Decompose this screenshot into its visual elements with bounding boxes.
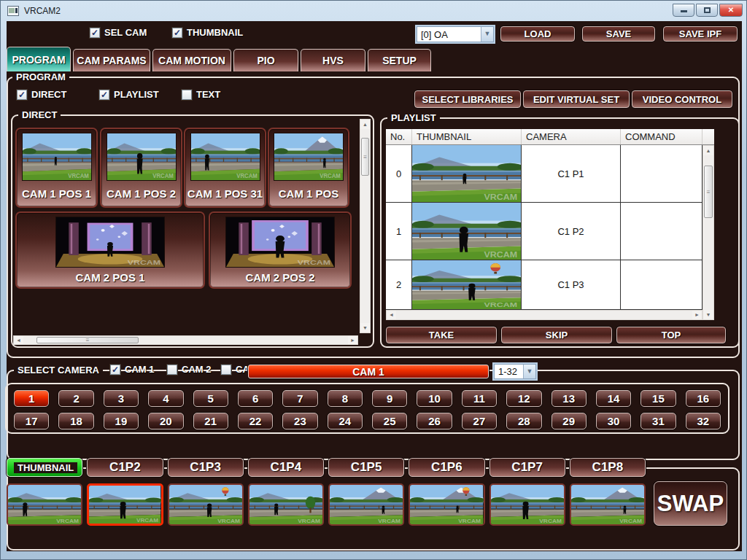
thumbnail-1[interactable]: VRCAM (7, 483, 82, 526)
camera-position-button-1[interactable]: 1 (14, 390, 49, 407)
camera-position-button-25[interactable]: 25 (372, 413, 407, 429)
playlist-vertical-scrollbar[interactable]: ▲ ≡ ▼ (703, 145, 714, 320)
scroll-up-icon[interactable]: ▲ (360, 120, 370, 129)
program-direct-checkbox[interactable]: ✓DIRECT (17, 89, 66, 100)
camera-position-button-22[interactable]: 22 (238, 413, 273, 429)
minimize-button[interactable] (673, 4, 694, 17)
range-dropdown[interactable]: 1-32 ▼ (494, 364, 536, 379)
thumbnail-3[interactable]: VRCAM (168, 483, 244, 526)
scroll-right-icon[interactable]: ► (692, 311, 702, 319)
direct-vscroll-track[interactable]: ≡ (360, 129, 370, 323)
playlist-horizontal-scrollbar[interactable]: ◄ ► (386, 310, 703, 320)
titlebar[interactable]: VRCAM2 ✕ (1, 1, 747, 21)
camera-position-button-12[interactable]: 12 (506, 390, 541, 407)
camera-position-button-32[interactable]: 32 (686, 413, 721, 429)
preset-button-c1p7[interactable]: C1P7 (489, 458, 565, 477)
camera-position-button-18[interactable]: 18 (58, 413, 93, 429)
load-button[interactable]: LOAD (500, 26, 575, 42)
playlist-hscroll-track[interactable] (396, 311, 692, 319)
tab-cam-params[interactable]: CAM PARAMS (73, 49, 150, 71)
preset-button-c1p6[interactable]: C1P6 (409, 458, 484, 477)
preset-button-c1p4[interactable]: C1P4 (248, 458, 324, 477)
save-ipf-button[interactable]: SAVE IPF (663, 26, 738, 42)
direct-tile-cam-2-pos-2[interactable]: VRCAMCAM 2 POS 2 (209, 211, 352, 289)
thumbnail-8[interactable]: VRCAM (570, 483, 646, 526)
preset-button-c1p5[interactable]: C1P5 (328, 458, 404, 477)
direct-vscroll-thumb[interactable]: ≡ (361, 138, 369, 176)
tab-cam-motion[interactable]: CAM MOTION (152, 49, 231, 71)
camera-position-button-30[interactable]: 30 (596, 413, 631, 429)
scroll-left-icon[interactable]: ◄ (14, 336, 23, 344)
camera-position-button-11[interactable]: 11 (462, 390, 497, 407)
camera-position-button-7[interactable]: 7 (282, 390, 317, 407)
camera-position-button-8[interactable]: 8 (328, 390, 363, 407)
camera-position-button-29[interactable]: 29 (551, 413, 587, 429)
close-button[interactable]: ✕ (719, 4, 743, 17)
tab-setup[interactable]: SETUP (368, 49, 431, 71)
scroll-right-icon[interactable]: ► (348, 336, 357, 344)
cam-1-checkbox[interactable]: ✓CAM 1 (110, 364, 154, 375)
save-button[interactable]: SAVE (582, 26, 655, 42)
camera-position-button-27[interactable]: 27 (462, 413, 497, 429)
camera-position-button-26[interactable]: 26 (417, 413, 452, 429)
camera-position-button-6[interactable]: 6 (238, 390, 273, 407)
preset-button-c1p2[interactable]: C1P2 (87, 458, 163, 477)
direct-tile-cam-1-pos[interactable]: VRCAMCAM 1 POS (268, 128, 349, 208)
edit-virtual-set-button[interactable]: EDIT VIRTUAL SET (523, 90, 630, 108)
scroll-left-icon[interactable]: ◄ (387, 311, 396, 319)
direct-horizontal-scrollbar[interactable]: ◄ ≡ ► (13, 335, 358, 345)
camera-position-button-15[interactable]: 15 (640, 390, 676, 407)
camera-position-button-28[interactable]: 28 (506, 413, 541, 429)
preset-button-c1p3[interactable]: C1P3 (168, 458, 244, 477)
tab-hvs[interactable]: HVS (301, 49, 365, 71)
thumbnail-6[interactable]: VRCAM (409, 483, 484, 526)
camera-position-button-5[interactable]: 5 (193, 390, 228, 407)
camera-position-button-3[interactable]: 3 (104, 390, 139, 407)
preset-button-c1p8[interactable]: C1P8 (570, 458, 646, 477)
tab-program[interactable]: PROGRAM (7, 47, 71, 71)
skip-button[interactable]: SKIP (501, 327, 612, 343)
direct-hscroll-track[interactable]: ≡ (23, 336, 348, 344)
scroll-down-icon[interactable]: ▼ (703, 310, 713, 319)
sel-cam-checkbox[interactable]: ✓SEL CAM (90, 27, 147, 38)
camera-position-button-16[interactable]: 16 (686, 390, 721, 407)
thumbnail-checkbox[interactable]: ✓THUMBNAIL (172, 27, 243, 38)
camera-position-button-2[interactable]: 2 (58, 390, 93, 407)
scroll-down-icon[interactable]: ▼ (360, 323, 370, 332)
direct-vertical-scrollbar[interactable]: ▲ ≡ ▼ (360, 119, 371, 333)
swap-button[interactable]: SWAP (654, 481, 727, 526)
take-button[interactable]: TAKE (386, 327, 497, 343)
camera-position-button-21[interactable]: 21 (193, 413, 228, 429)
direct-tile-cam-1-pos-31[interactable]: VRCAMCAM 1 POS 31 (184, 128, 266, 208)
thumbnail-4[interactable]: VRCAM (248, 483, 324, 526)
camera-position-button-20[interactable]: 20 (148, 413, 183, 429)
thumbnail-7[interactable]: VRCAM (489, 483, 565, 526)
camera-position-button-23[interactable]: 23 (282, 413, 317, 429)
tab-pio[interactable]: PIO (233, 49, 298, 71)
camera-position-button-24[interactable]: 24 (328, 413, 363, 429)
camera-position-button-13[interactable]: 13 (551, 390, 587, 407)
cam-2-checkbox[interactable]: CAM 2 (167, 364, 211, 375)
scroll-up-icon[interactable]: ▲ (703, 146, 713, 155)
maximize-button[interactable] (696, 4, 718, 17)
camera-position-button-31[interactable]: 31 (640, 413, 676, 429)
select-libraries-button[interactable]: SELECT LIBRARIES (414, 90, 521, 108)
camera-position-button-4[interactable]: 4 (148, 390, 183, 407)
direct-hscroll-thumb[interactable]: ≡ (36, 337, 139, 343)
video-control-button[interactable]: VIDEO CONTROL (632, 90, 732, 108)
top-button[interactable]: TOP (616, 327, 726, 343)
program-playlist-checkbox[interactable]: ✓PLAYLIST (99, 89, 159, 100)
playlist-vscroll-track[interactable]: ≡ (703, 155, 713, 310)
chevron-down-icon[interactable]: ▼ (481, 27, 493, 42)
direct-tile-cam-1-pos-1[interactable]: VRCAMCAM 1 POS 1 (15, 128, 98, 208)
program-text-checkbox[interactable]: TEXT (182, 89, 220, 100)
playlist-row[interactable]: 2 VRCAMC1 P3 (386, 260, 714, 310)
playlist-row[interactable]: 0 VRCAMC1 P1 (386, 145, 714, 203)
camera-position-button-19[interactable]: 19 (104, 413, 139, 429)
camera-position-button-17[interactable]: 17 (14, 413, 49, 429)
camera-position-button-14[interactable]: 14 (596, 390, 631, 407)
chevron-down-icon[interactable]: ▼ (523, 365, 535, 378)
playlist-vscroll-thumb[interactable]: ≡ (704, 166, 713, 218)
thumbnail-2[interactable]: VRCAM (87, 483, 163, 526)
thumbnail-5[interactable]: VRCAM (328, 483, 404, 526)
